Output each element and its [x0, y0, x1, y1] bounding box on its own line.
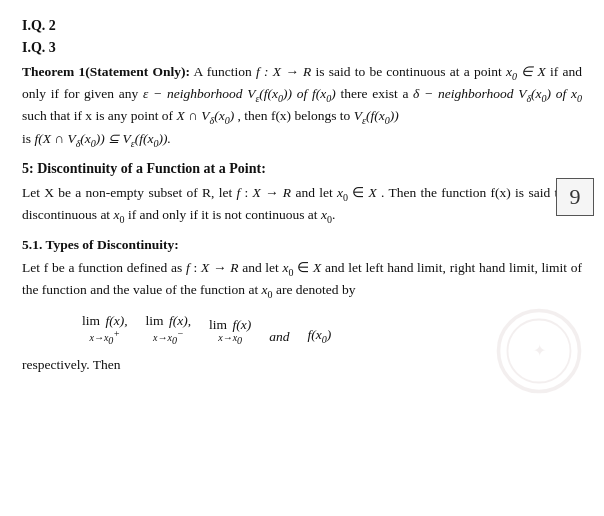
limit1-top: lim f(x), — [82, 313, 128, 329]
and-separator: and — [269, 329, 289, 345]
limit1: lim f(x), x→x0+ — [82, 313, 128, 345]
section51-body: Let f be a function defined as f : X → R… — [22, 258, 582, 302]
theorem-nbhd1: ε − neighborhood Vε(f(x0)) of f(x0) — [143, 86, 336, 101]
theorem-conclusion: f(X ∩ Vδ(x0)) ⊆ Vε(f(x0)). — [34, 131, 171, 146]
section5-body: Let X be a non-empty subset of R, let f … — [22, 183, 582, 227]
theorem-block: Theorem 1(Statement Only): A function f … — [22, 62, 582, 151]
theorem-set1: X ∩ Vδ(x0) — [176, 108, 234, 123]
theorem-func: f : X → R — [256, 64, 311, 79]
limit2-top: lim f(x), — [146, 313, 192, 329]
theorem-body2: is said to be continuous at a point — [315, 64, 506, 79]
limit3-sub: x→x0 — [218, 333, 242, 346]
page-number-box: 9 — [556, 178, 594, 216]
iq2-label: I.Q. 2 — [22, 18, 582, 34]
theorem-body4: there exist a — [341, 86, 414, 101]
theorem-point: x0 ∈ X — [506, 64, 546, 79]
limit2: lim f(x), x→x0− — [146, 313, 192, 345]
theorem-nbhd2: δ − neighborhood Vδ(x0) of x0 — [413, 86, 582, 101]
iq3-label: I.Q. 3 — [22, 40, 582, 56]
theorem-body5: such that if x is any point of — [22, 108, 176, 123]
iq2-section: I.Q. 2 — [22, 18, 582, 34]
respectively-text: respectively. Then — [22, 355, 582, 376]
section51-heading: 5.1. Types of Discontinuity: — [22, 237, 582, 253]
section51: 5.1. Types of Discontinuity: Let f be a … — [22, 237, 582, 302]
section5-heading: 5: Discontinuity of a Function at a Poin… — [22, 161, 582, 177]
iq3-section: I.Q. 3 — [22, 40, 582, 56]
page-number: 9 — [570, 184, 581, 210]
theorem-conc-prefix: is — [22, 131, 34, 146]
limit2-sub: x→x0− — [153, 329, 184, 346]
theorem-set2: Vε(f(x0)) — [354, 108, 399, 123]
theorem-body6: , then f(x) belongs to — [238, 108, 354, 123]
theorem-title: Theorem 1(Statement Only): — [22, 64, 190, 79]
theorem-body1: A function — [193, 64, 255, 79]
limit3: lim f(x) x→x0 — [209, 317, 251, 345]
limit4: f(x0) — [307, 327, 331, 345]
section5: 5: Discontinuity of a Function at a Poin… — [22, 161, 582, 227]
limit1-sub: x→x0+ — [89, 329, 120, 346]
limit3-top: lim f(x) — [209, 317, 251, 333]
limits-display: lim f(x), x→x0+ lim f(x), x→x0− lim f(x)… — [82, 313, 582, 345]
limit4-top: f(x0) — [307, 327, 331, 345]
